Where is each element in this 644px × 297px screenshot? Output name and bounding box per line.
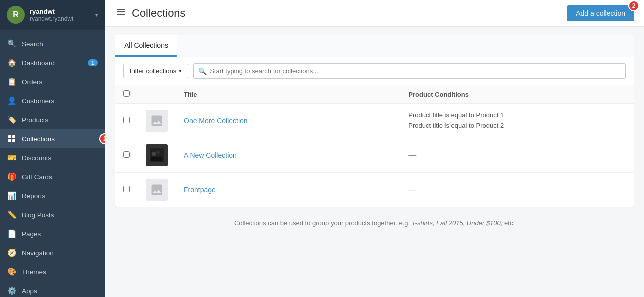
row-image — [138, 138, 176, 173]
search-icon: 🔍 — [198, 67, 207, 75]
sidebar-item-label: Apps — [22, 287, 37, 295]
avatar: R — [7, 6, 25, 24]
sidebar-item-orders[interactable]: 📋 Orders — [0, 72, 105, 91]
collection-thumbnail — [146, 179, 168, 201]
col-header-conditions: Product Conditions — [400, 85, 634, 104]
sidebar-item-themes[interactable]: 🎨 Themes — [0, 262, 105, 281]
collection-link[interactable]: A New Collection — [184, 151, 237, 159]
svg-rect-2 — [8, 139, 11, 142]
sidebar-item-dashboard[interactable]: 🏠 Dashboard 1 — [0, 53, 105, 72]
condition-text: Product title is equal to Product 1 Prod… — [408, 110, 626, 131]
home-icon: 🏠 — [7, 58, 17, 68]
add-collection-callout-badge: 2 — [628, 0, 639, 11]
add-collection-button[interactable]: Add a collection — [567, 5, 634, 21]
orders-icon: 📋 — [7, 77, 17, 87]
sidebar-item-search[interactable]: 🔍 Search — [0, 34, 105, 53]
row-checkbox[interactable] — [123, 151, 130, 158]
row-image — [138, 173, 176, 207]
svg-rect-7 — [151, 157, 162, 161]
row-title: One More Collection — [176, 104, 400, 138]
svg-rect-3 — [12, 139, 15, 142]
svg-rect-0 — [8, 135, 11, 138]
sidebar-item-blog-posts[interactable]: ✏️ Blog Posts — [0, 205, 105, 224]
sidebar: R ryandwt ryandwt.ryandwt ▾ 🔍 Search 🏠 D… — [0, 0, 105, 297]
no-conditions: — — [408, 151, 416, 159]
sidebar-item-label: Orders — [22, 78, 42, 86]
collections-icon — [7, 134, 17, 144]
chevron-down-icon: ▾ — [95, 12, 98, 18]
sidebar-item-products[interactable]: 🏷️ Products — [0, 110, 105, 129]
row-check — [115, 138, 138, 173]
sidebar-item-label: Gift Cards — [22, 173, 52, 181]
table-row: One More Collection Product title is equ… — [115, 104, 634, 138]
sidebar-item-discounts[interactable]: 🎫 Discounts — [0, 148, 105, 167]
pages-icon: 📄 — [7, 229, 17, 239]
user-name: ryandwt — [30, 8, 73, 15]
table-row: A New Collection — — [115, 138, 634, 173]
page-title: Collections — [132, 7, 186, 20]
select-all-checkbox[interactable] — [123, 90, 130, 97]
sidebar-item-label: Collections — [22, 135, 55, 143]
sidebar-item-navigation[interactable]: 🧭 Navigation — [0, 243, 105, 262]
collection-thumbnail — [146, 110, 168, 132]
blog-icon: ✏️ — [7, 210, 17, 220]
sidebar-item-label: Products — [22, 116, 48, 124]
row-check — [115, 104, 138, 138]
search-icon: 🔍 — [7, 39, 17, 49]
sidebar-item-apps[interactable]: ⚙️ Apps — [0, 281, 105, 297]
content-area: All Collections Filter collections ▾ 🔍 — [105, 27, 644, 297]
sidebar-navigation: 🔍 Search 🏠 Dashboard 1 📋 Orders 👤 Custom… — [0, 30, 105, 297]
topbar: Collections Add a collection 2 — [105, 0, 644, 27]
sidebar-header[interactable]: R ryandwt ryandwt.ryandwt ▾ — [0, 0, 105, 30]
row-conditions: Product title is equal to Product 1 Prod… — [400, 104, 634, 138]
collections-card: All Collections Filter collections ▾ 🔍 — [115, 35, 634, 207]
sidebar-item-customers[interactable]: 👤 Customers — [0, 91, 105, 110]
sidebar-item-gift-cards[interactable]: 🎁 Gift Cards — [0, 167, 105, 186]
sidebar-item-reports[interactable]: 📊 Reports — [0, 186, 105, 205]
footer-note-italic: T-shirts, Fall 2015, Under $100 — [412, 219, 501, 227]
products-icon: 🏷️ — [7, 115, 17, 125]
col-header-check — [115, 85, 138, 104]
sidebar-item-label: Themes — [22, 268, 46, 276]
footer-note-start: Collections can be used to group your pr… — [234, 219, 412, 227]
collections-callout-badge: 1 — [99, 133, 105, 144]
collection-thumbnail — [146, 144, 168, 166]
svg-point-5 — [152, 152, 156, 156]
footer-note-end: , etc. — [501, 219, 515, 227]
sidebar-item-label: Discounts — [22, 154, 51, 162]
sidebar-item-label: Navigation — [22, 249, 54, 257]
search-input[interactable] — [193, 63, 626, 79]
themes-icon: 🎨 — [7, 267, 17, 277]
sidebar-item-collections[interactable]: Collections 1 — [0, 129, 105, 148]
svg-point-6 — [157, 151, 160, 154]
table-row: Frontpage — — [115, 173, 634, 207]
apps-icon: ⚙️ — [7, 286, 17, 296]
filter-row: Filter collections ▾ 🔍 — [115, 57, 634, 85]
collection-link[interactable]: One More Collection — [184, 117, 248, 125]
collection-link[interactable]: Frontpage — [184, 186, 216, 194]
svg-rect-1 — [12, 135, 15, 138]
main-content: Collections Add a collection 2 All Colle… — [105, 0, 644, 297]
col-header-image — [138, 85, 176, 104]
row-check — [115, 173, 138, 207]
row-title: Frontpage — [176, 173, 400, 207]
row-checkbox[interactable] — [123, 117, 130, 123]
row-checkbox[interactable] — [123, 186, 130, 192]
sidebar-item-label: Search — [22, 40, 43, 48]
discounts-icon: 🎫 — [7, 153, 17, 163]
row-image — [138, 104, 176, 138]
sidebar-item-pages[interactable]: 📄 Pages — [0, 224, 105, 243]
tabs-row: All Collections — [115, 35, 634, 57]
reports-icon: 📊 — [7, 191, 17, 201]
tab-all-collections[interactable]: All Collections — [115, 35, 177, 57]
filter-collections-button[interactable]: Filter collections ▾ — [123, 64, 188, 78]
sidebar-item-label: Blog Posts — [22, 211, 54, 219]
sidebar-item-label: Pages — [22, 230, 41, 238]
collections-header-icon — [115, 6, 127, 21]
table-header-row: Title Product Conditions — [115, 85, 634, 104]
no-conditions: — — [408, 185, 416, 194]
sidebar-item-label: Customers — [22, 97, 54, 105]
row-conditions: — — [400, 173, 634, 207]
col-header-title: Title — [176, 85, 400, 104]
user-sub: ryandwt.ryandwt — [30, 15, 73, 22]
